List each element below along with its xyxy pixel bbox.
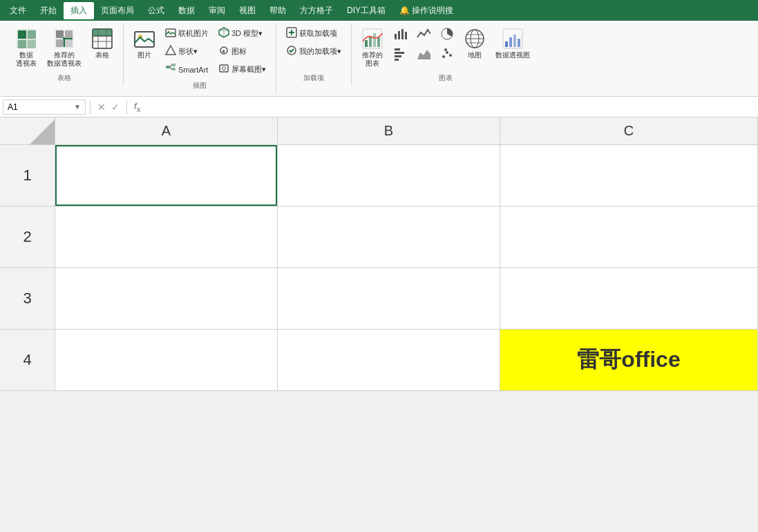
pivot-chart-label: 数据透视图: [495, 51, 530, 59]
svg-rect-42: [395, 34, 397, 39]
svg-point-32: [222, 67, 226, 70]
pivot-table-icon: [15, 28, 37, 50]
picture-button[interactable]: 图片: [129, 25, 160, 62]
formula-separator-2: [126, 100, 127, 114]
my-addins-button[interactable]: 我的加载项▾: [282, 43, 345, 60]
row-header-3[interactable]: 3: [0, 268, 55, 329]
menu-insert[interactable]: 插入: [64, 2, 94, 19]
online-picture-button[interactable]: 联机图片: [161, 25, 213, 42]
cell-b4[interactable]: [278, 330, 500, 390]
cell-c3[interactable]: [500, 268, 758, 329]
svg-rect-31: [220, 65, 228, 72]
recommended-pivot-button[interactable]: 推荐的数据透视表: [43, 25, 86, 70]
cell-a2[interactable]: [55, 207, 278, 267]
select-all-triangle: [30, 120, 55, 144]
cell-a1[interactable]: [55, 145, 278, 206]
screenshot-icon: [218, 63, 229, 76]
pivot-chart-button[interactable]: 数据透视图: [491, 25, 534, 62]
cell-b1[interactable]: [278, 145, 500, 206]
svg-rect-41: [377, 37, 380, 47]
group-table-label: 表格: [11, 73, 117, 83]
svg-rect-22: [171, 64, 176, 66]
smartart-button[interactable]: SmartArt: [161, 61, 213, 78]
shape-label: 形状▾: [178, 46, 198, 57]
col-header-c[interactable]: C: [500, 117, 758, 144]
data-rows: 1 2 3 4: [0, 145, 758, 391]
column-chart-button[interactable]: [389, 25, 411, 43]
svg-rect-7: [65, 30, 73, 38]
menu-diy[interactable]: DIY工具箱: [340, 2, 392, 19]
group-illustration-content: 图片 联机图片 形状▾: [129, 25, 270, 78]
smartart-label: SmartArt: [178, 66, 208, 74]
pivot-table-button[interactable]: 数据透视表: [11, 25, 41, 70]
cell-b3[interactable]: [278, 268, 500, 329]
line-chart-button[interactable]: [413, 25, 435, 43]
scatter-chart-button[interactable]: [436, 45, 458, 63]
cell-c2[interactable]: [500, 207, 758, 267]
row-header-1[interactable]: 1: [0, 145, 55, 206]
col-header-b-label: B: [384, 123, 393, 139]
cell-b2[interactable]: [278, 207, 500, 267]
formula-input[interactable]: [146, 99, 755, 115]
group-charts-label: 图表: [357, 73, 534, 83]
row-header-4[interactable]: 4: [0, 330, 55, 390]
menu-home[interactable]: 开始: [33, 2, 64, 19]
cancel-formula-button[interactable]: ✕: [97, 102, 106, 113]
3d-model-button[interactable]: 3D 模型▾: [214, 25, 270, 42]
row-3-label: 3: [23, 289, 31, 307]
table-button[interactable]: 表格: [87, 25, 117, 62]
area-chart-icon: [417, 47, 430, 61]
corner-cell[interactable]: [0, 117, 55, 145]
bar-chart-button[interactable]: [389, 45, 411, 63]
formula-actions: ✕ ✓: [95, 102, 122, 113]
table-row: 4 雷哥office: [0, 330, 758, 391]
svg-marker-20: [166, 46, 176, 55]
svg-rect-62: [505, 41, 508, 47]
recommended-charts-button[interactable]: 推荐的图表: [357, 25, 388, 70]
col-header-b[interactable]: B: [278, 117, 500, 144]
name-box[interactable]: A1 ▼: [3, 99, 86, 115]
map-label: 地图: [468, 51, 482, 59]
shape-button[interactable]: 形状▾: [161, 43, 213, 60]
confirm-formula-button[interactable]: ✓: [111, 102, 120, 113]
menu-wangge[interactable]: 方方格子: [293, 2, 340, 19]
group-addins-label: 加载项: [282, 73, 345, 83]
icon-button[interactable]: ★ 图标: [214, 43, 270, 60]
map-button[interactable]: 地图: [459, 25, 490, 62]
icon-label: 图标: [231, 46, 247, 57]
menu-review[interactable]: 审阅: [202, 2, 232, 19]
menu-tips[interactable]: 🔔 操作说明搜: [392, 2, 460, 19]
svg-rect-40: [373, 33, 376, 47]
menu-file[interactable]: 文件: [3, 2, 33, 19]
menu-data[interactable]: 数据: [171, 2, 202, 19]
chart-icons-col1: [389, 25, 458, 63]
cell-c1[interactable]: [500, 145, 758, 206]
area-chart-button[interactable]: [413, 45, 435, 63]
bar-chart-icon: [393, 47, 407, 61]
screenshot-button[interactable]: 屏幕截图▾: [214, 61, 270, 78]
menu-page-layout[interactable]: 页面布局: [94, 2, 141, 19]
line-chart-icon: [417, 27, 430, 41]
cell-a3[interactable]: [55, 268, 278, 329]
cell-c4[interactable]: 雷哥office: [500, 330, 758, 390]
menu-formula[interactable]: 公式: [141, 2, 171, 19]
3d-model-label: 3D 模型▾: [231, 28, 263, 39]
col-header-a[interactable]: A: [55, 117, 278, 144]
cell-ref: A1: [8, 102, 18, 112]
svg-rect-47: [395, 48, 400, 50]
my-addins-label: 我的加载项▾: [299, 46, 341, 57]
row-header-2[interactable]: 2: [0, 207, 55, 267]
name-box-dropdown[interactable]: ▼: [74, 103, 81, 111]
pie-chart-button[interactable]: [436, 25, 458, 43]
illustration-col1: 联机图片 形状▾ SmartArt: [161, 25, 213, 78]
menu-help[interactable]: 帮助: [263, 2, 293, 19]
svg-rect-44: [401, 29, 404, 39]
menu-view[interactable]: 视图: [232, 2, 263, 19]
group-illustration-label: 插图: [129, 81, 270, 91]
svg-rect-65: [518, 39, 520, 47]
get-addins-button[interactable]: 获取加载项: [282, 25, 345, 42]
svg-rect-63: [509, 37, 512, 47]
cell-a4[interactable]: [55, 330, 278, 390]
fx-button[interactable]: fx: [131, 99, 143, 115]
recommended-pivot-label: 推荐的数据透视表: [47, 51, 82, 68]
